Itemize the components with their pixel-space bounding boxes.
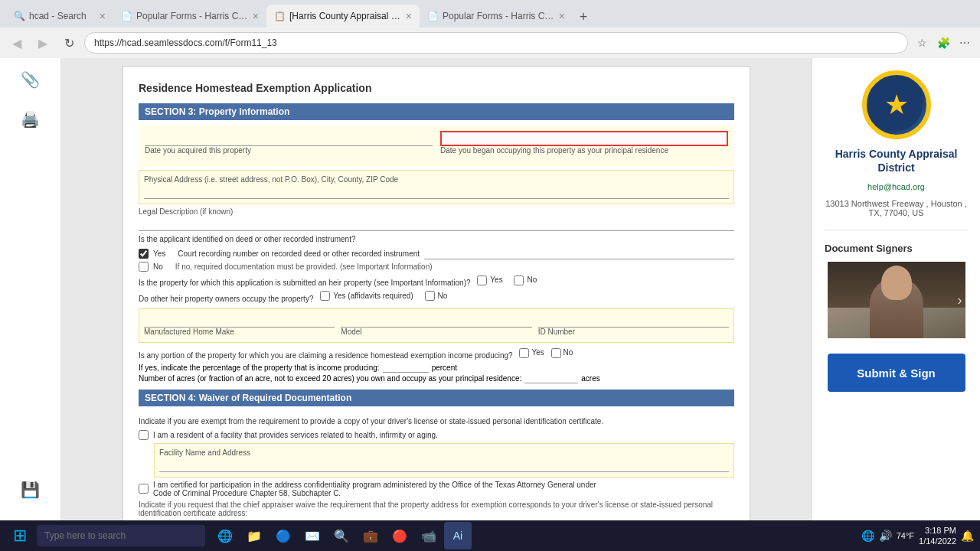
confidentiality-label: I am certified for participation in the … bbox=[153, 481, 612, 497]
heir-no-radio: No bbox=[514, 275, 537, 285]
address-bar[interactable]: https://hcad.seamlessdocs.com/f/Form11_1… bbox=[84, 32, 908, 54]
hcad-logo-container: ★ bbox=[862, 70, 931, 139]
deed-yes-row: Yes Court recording number on recorded d… bbox=[139, 247, 734, 259]
income-question-text: Is any portion of the property for which… bbox=[139, 347, 734, 361]
attachment-icon[interactable]: 📎 bbox=[17, 66, 44, 93]
deed-no-row: No If no, required documentation must be… bbox=[139, 262, 734, 272]
tab-bar: 🔍 hcad - Search × 📄 Popular Forms - Harr… bbox=[0, 0, 980, 28]
taskbar-mail-icon[interactable]: ✉️ bbox=[299, 522, 326, 549]
deed-section: Is the applicant identified on deed or o… bbox=[139, 234, 734, 272]
date-acquired-label: Date you acquired this property bbox=[145, 146, 433, 155]
percentage-input[interactable] bbox=[383, 364, 429, 373]
hcad-logo-inner: ★ bbox=[871, 79, 923, 131]
taskbar-search-icon2[interactable]: 🔍 bbox=[328, 522, 355, 549]
home-make-field: Manufactured Home Make bbox=[144, 314, 335, 337]
id-number-input[interactable] bbox=[538, 314, 729, 328]
taskbar-edge-icon[interactable]: 🌐 bbox=[211, 522, 239, 549]
home-make-input[interactable] bbox=[144, 314, 335, 328]
tab-2[interactable]: 📄 Popular Forms - Harris County A... × bbox=[113, 5, 266, 28]
income-no-checkbox[interactable] bbox=[551, 348, 561, 358]
tab-4-favicon: 📄 bbox=[427, 11, 438, 21]
extensions-icon[interactable]: 🧩 bbox=[934, 34, 952, 52]
date-acquired-field: Date you acquired this property bbox=[145, 131, 433, 156]
tab-2-close[interactable]: × bbox=[253, 10, 259, 22]
tray-volume-icon[interactable]: 🔊 bbox=[879, 530, 892, 542]
facility-name-box: Facility Name and Address bbox=[154, 443, 734, 478]
signer-video[interactable]: › bbox=[828, 262, 965, 338]
org-address: 13013 Northwest Freeway , Houston , TX, … bbox=[825, 199, 968, 217]
date-occupying-label: Date you began occupying this property a… bbox=[440, 146, 728, 155]
id-number-label: ID Number bbox=[538, 328, 729, 336]
browser-actions: ☆ 🧩 ⋯ bbox=[913, 34, 974, 52]
date-occupying-input[interactable] bbox=[440, 131, 728, 146]
bookmark-icon[interactable]: ☆ bbox=[913, 34, 931, 52]
other-owners-no-checkbox[interactable] bbox=[425, 291, 435, 301]
income-yes-checkbox[interactable] bbox=[519, 348, 529, 358]
other-owners-yes-checkbox[interactable] bbox=[320, 291, 330, 301]
tab-1[interactable]: 🔍 hcad - Search × bbox=[6, 5, 113, 28]
confidentiality-checkbox[interactable] bbox=[139, 484, 149, 494]
home-make-label: Manufactured Home Make bbox=[144, 328, 335, 336]
manufactured-home-section: Manufactured Home Make Model ID Number bbox=[139, 308, 734, 343]
menu-icon[interactable]: ⋯ bbox=[956, 34, 974, 52]
facility-name-input[interactable] bbox=[159, 458, 729, 472]
forward-button[interactable]: ▶ bbox=[32, 32, 54, 54]
other-owners-no-radio: No bbox=[425, 291, 448, 302]
form-area[interactable]: Residence Homestead Exemption Applicatio… bbox=[61, 58, 812, 551]
taskbar-ai-icon[interactable]: Ai bbox=[444, 522, 472, 549]
percentage-suffix: percent bbox=[432, 364, 457, 372]
heir-section: Is the property for which this applicati… bbox=[139, 275, 734, 304]
windows-start-button[interactable]: ⊞ bbox=[6, 522, 34, 549]
tab-1-title: hcad - Search bbox=[29, 11, 95, 21]
deed-no-checkbox[interactable] bbox=[139, 262, 149, 272]
tab-4[interactable]: 📄 Popular Forms - Harris County A... × bbox=[420, 5, 573, 28]
print-icon[interactable]: 🖨️ bbox=[17, 106, 44, 133]
new-tab-button[interactable]: + bbox=[573, 6, 594, 28]
taskbar-chrome-icon[interactable]: 🔴 bbox=[386, 522, 413, 549]
legal-description-section: Legal Description (if known) bbox=[139, 207, 734, 231]
taskbar-zoom-icon[interactable]: 📹 bbox=[415, 522, 443, 549]
taskbar-search-input[interactable] bbox=[37, 525, 205, 546]
model-input[interactable] bbox=[341, 314, 531, 328]
court-recording-label: Court recording number on recorded deed … bbox=[178, 249, 420, 258]
acres-label: Number of acres (or fraction of an acre,… bbox=[139, 374, 521, 383]
tab-4-close[interactable]: × bbox=[559, 10, 565, 22]
heir-no-checkbox[interactable] bbox=[514, 276, 524, 285]
physical-address-input[interactable] bbox=[144, 185, 729, 199]
other-owners-yes-radio: Yes (affidavits required) bbox=[320, 291, 413, 302]
tray-date-text: 1/14/2022 bbox=[919, 536, 956, 546]
tray-clock[interactable]: 3:18 PM 1/14/2022 bbox=[919, 525, 956, 547]
facility-checkbox-row: I am a resident of a facility that provi… bbox=[139, 430, 734, 440]
tray-network-icon[interactable]: 🌐 bbox=[861, 530, 874, 542]
taskbar-edge2-icon[interactable]: 🔵 bbox=[270, 522, 297, 549]
legal-description-input[interactable] bbox=[139, 217, 734, 231]
manufactured-home-row: Manufactured Home Make Model ID Number bbox=[144, 314, 729, 337]
deed-yes-checkbox[interactable] bbox=[139, 249, 149, 259]
deed-if-no-text: If no, required documentation must be pr… bbox=[175, 262, 433, 271]
physical-address-label: Physical Address (i.e. street address, n… bbox=[144, 175, 729, 184]
model-label: Model bbox=[341, 328, 531, 336]
heir-yes-checkbox[interactable] bbox=[477, 276, 487, 285]
facility-checkbox[interactable] bbox=[139, 430, 149, 440]
deed-no-label: No bbox=[153, 262, 163, 271]
tab-3-close[interactable]: × bbox=[406, 10, 412, 22]
tab-1-close[interactable]: × bbox=[100, 10, 106, 22]
taskbar-file-explorer-icon[interactable]: 📁 bbox=[240, 522, 268, 549]
tab-4-title: Popular Forms - Harris County A... bbox=[443, 11, 554, 21]
windows-logo-icon: ⊞ bbox=[13, 526, 27, 546]
save-icon[interactable]: 💾 bbox=[17, 476, 44, 504]
tray-notifications-icon[interactable]: 🔔 bbox=[961, 530, 974, 542]
date-acquired-input[interactable] bbox=[145, 131, 433, 146]
org-name: Harris County Appraisal District bbox=[825, 147, 968, 174]
court-recording-input[interactable] bbox=[424, 247, 734, 259]
taskbar-teams-icon[interactable]: 💼 bbox=[357, 522, 384, 549]
back-button[interactable]: ◀ bbox=[6, 32, 28, 54]
acres-input[interactable] bbox=[524, 374, 578, 383]
reload-button[interactable]: ↻ bbox=[58, 32, 80, 54]
org-email[interactable]: help@hcad.org bbox=[867, 182, 925, 191]
facility-checkbox-label: I am a resident of a facility that provi… bbox=[153, 431, 438, 439]
section4-intro: Indicate if you are exempt from the requ… bbox=[139, 416, 734, 427]
tab-3[interactable]: 📋 [Harris County Appraisal District:... … bbox=[266, 5, 420, 28]
submit-sign-button[interactable]: Submit & Sign bbox=[828, 354, 965, 392]
doc-signers-title: Document Signers bbox=[825, 243, 968, 254]
